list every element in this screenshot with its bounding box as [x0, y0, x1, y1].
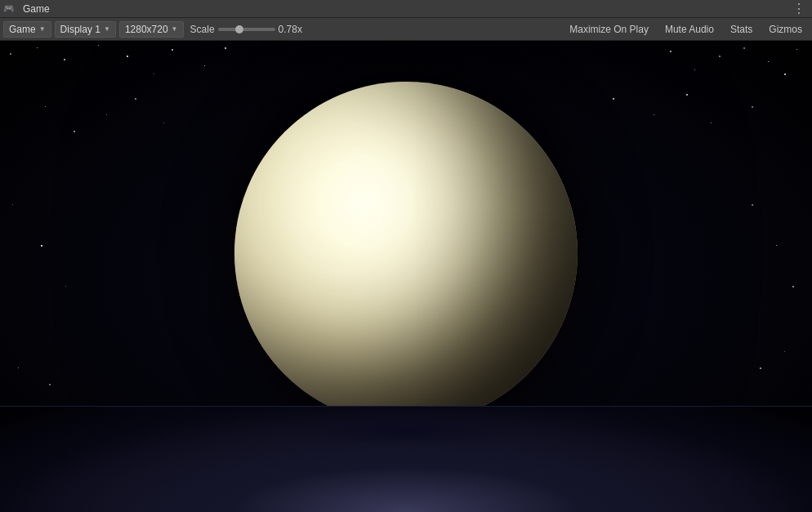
resolution-dropdown[interactable]: 1280x720 ▼ [119, 21, 184, 38]
scale-control: Scale 0.78x [187, 24, 305, 35]
resolution-dropdown-arrow: ▼ [172, 25, 178, 33]
display-dropdown-label: Display 1 [60, 24, 100, 35]
star [65, 286, 66, 287]
gizmos-button[interactable]: Gizmos [762, 21, 809, 38]
tab-game[interactable]: Game [18, 0, 55, 17]
star [64, 59, 65, 60]
star [784, 351, 785, 352]
scale-slider[interactable] [218, 28, 275, 31]
game-dropdown-arrow: ▼ [39, 25, 46, 33]
star [796, 49, 797, 50]
star [743, 47, 745, 49]
star [18, 367, 19, 368]
planet-ground-shadow [283, 414, 529, 447]
star [752, 106, 753, 108]
star [12, 204, 13, 205]
game-dropdown-label: Game [9, 24, 36, 35]
star [670, 51, 671, 52]
game-dropdown[interactable]: Game ▼ [3, 21, 51, 38]
maximize-on-play-button[interactable]: Maximize On Play [563, 21, 655, 38]
star [776, 245, 777, 246]
scale-slider-thumb[interactable] [235, 25, 243, 33]
star [711, 122, 712, 123]
star [204, 65, 205, 66]
more-options-button[interactable]: ⋮ [789, 2, 809, 16]
scale-value: 0.78x [279, 24, 305, 35]
star [613, 98, 614, 100]
resolution-dropdown-label: 1280x720 [125, 24, 168, 35]
star [154, 73, 154, 74]
star [768, 61, 769, 62]
planet-sphere [234, 82, 578, 425]
toolbar: Game ▼ Display 1 ▼ 1280x720 ▼ Scale 0.78… [0, 18, 812, 41]
star [98, 45, 99, 46]
star [127, 56, 128, 57]
star [694, 69, 695, 70]
tab-bar: 🎮 Game ⋮ [0, 0, 812, 18]
star [106, 114, 107, 115]
star [784, 73, 786, 75]
game-tab-icon: 🎮 [3, 3, 15, 14]
star [41, 245, 42, 247]
star [752, 204, 753, 206]
star [172, 49, 173, 51]
star [792, 286, 794, 287]
star [135, 98, 136, 100]
display-dropdown[interactable]: Display 1 ▼ [55, 21, 116, 38]
star [654, 114, 654, 115]
star [45, 106, 46, 107]
star [719, 56, 721, 57]
stats-button[interactable]: Stats [724, 21, 759, 38]
star [163, 122, 164, 123]
star [74, 131, 75, 132]
star [49, 384, 51, 385]
mute-audio-button[interactable]: Mute Audio [658, 21, 721, 38]
star [686, 94, 688, 96]
star [225, 47, 226, 49]
star [10, 53, 11, 55]
star [37, 47, 38, 48]
scale-label: Scale [190, 24, 215, 35]
display-dropdown-arrow: ▼ [104, 25, 110, 33]
game-viewport [0, 41, 812, 512]
star [760, 367, 761, 369]
